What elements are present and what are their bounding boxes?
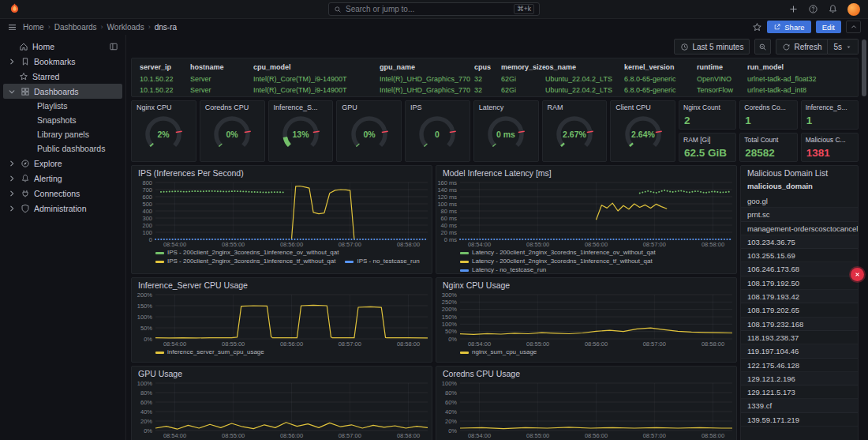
collapse-toolbar-button[interactable] <box>846 21 861 33</box>
content-scrollbar[interactable] <box>862 36 866 437</box>
chart-plot-area: 0%20%40%60%80%100%08:54:0008:55:0008:56:… <box>132 381 432 439</box>
breadcrumb-item-workloads[interactable]: Workloads <box>107 23 144 32</box>
stat-panels: Nginx Count2Coredns Co...1Inference_S...… <box>679 100 859 162</box>
column-header-server-ip[interactable]: server_ip <box>140 63 190 71</box>
legend-item[interactable]: inference_server_sum_cpu_usage <box>155 348 264 356</box>
legend-item[interactable]: Latency - no_testcase_run <box>460 266 546 273</box>
stat-value: 1 <box>740 111 796 129</box>
panel-title[interactable]: Latency <box>474 101 538 113</box>
panel-title[interactable]: Nginx CPU Usage <box>436 278 736 292</box>
refresh-interval-picker[interactable]: 5s <box>828 39 859 55</box>
sidebar-item-explore[interactable]: Explore <box>3 156 122 171</box>
panel-title[interactable]: GPU <box>337 101 401 113</box>
y-tick-label: 0% <box>448 336 457 343</box>
sidebar-item-starred[interactable]: Starred <box>3 69 122 84</box>
legend-item[interactable]: IPS - no_testcase_run <box>345 258 419 265</box>
favorite-star-icon[interactable] <box>752 22 762 32</box>
sidebar-item-alerting[interactable]: Alerting <box>3 171 122 186</box>
panel-title[interactable]: Coredns Co... <box>740 101 796 111</box>
table-cell: Intel(R)_UHD_Graphics_770 <box>380 86 474 94</box>
help-icon[interactable] <box>808 4 818 14</box>
panel-title[interactable]: Nginx CPU <box>132 101 196 113</box>
grafana-logo-icon[interactable] <box>8 2 21 16</box>
notifications-icon[interactable] <box>828 4 838 14</box>
share-button[interactable]: Share <box>767 21 810 33</box>
x-tick-label: 08:56:00 <box>280 241 303 248</box>
chart-panel-coredns-cpu-usage: Coredns CPU Usage0%20%40%60%80%100%08:54… <box>436 366 737 440</box>
y-tick-label: 800 <box>142 180 152 186</box>
chart-plot-area: 0%20%40%60%80%100%08:54:0008:55:0008:56:… <box>436 381 736 439</box>
panel-title[interactable]: Inference_S... <box>802 101 858 111</box>
legend-item[interactable]: Latency - 200client_2nginx_3coredns_1inf… <box>460 258 653 265</box>
sidebar-item-connections[interactable]: Connections <box>3 186 122 201</box>
panel-title[interactable]: RAM [Gi] <box>679 134 735 144</box>
panel-title[interactable]: Inference_S... <box>269 101 333 113</box>
chart-plot-area: 0%50%100%150%200%08:54:0008:55:0008:56:0… <box>132 292 432 348</box>
panel-title[interactable]: RAM <box>543 101 607 113</box>
user-avatar[interactable] <box>847 3 860 16</box>
panel-title[interactable]: Malicious C... <box>802 134 858 144</box>
series-line <box>161 191 283 193</box>
panel-title[interactable]: Coredns CPU Usage <box>436 367 736 381</box>
column-header-cpus[interactable]: cpus <box>474 63 501 71</box>
x-tick-label: 08:55:00 <box>222 432 245 439</box>
zoom-out-button[interactable] <box>754 39 771 55</box>
domain-cell: goo.gl <box>741 194 858 208</box>
panel-title[interactable]: Client CPU <box>611 101 675 113</box>
column-header-hostname[interactable]: hostname <box>190 63 253 71</box>
legend-item[interactable]: IPS - 200client_2nginx_3coredns_1inferen… <box>155 258 335 265</box>
refresh-button[interactable]: Refresh <box>776 39 828 55</box>
scrollbar-thumb[interactable] <box>862 39 866 96</box>
table-cell: 32 <box>474 75 501 83</box>
column-header-memory-size[interactable]: memory_size <box>501 63 545 71</box>
domain-cell: 139.59.171.219 <box>741 413 858 427</box>
y-tick-label: 100 ms <box>437 201 457 208</box>
column-header-gpu-name[interactable]: gpu_name <box>380 63 474 71</box>
chart-legend: inference_server_sum_cpu_usage <box>132 348 432 359</box>
panel-title[interactable]: GPU Usage <box>132 367 432 381</box>
breadcrumb-item-dashboards[interactable]: Dashboards <box>54 23 97 32</box>
panel-title[interactable]: Inference_Server CPU Usage <box>132 278 432 292</box>
panel-title[interactable]: Total Count <box>740 134 796 144</box>
panel-title[interactable]: Nginx Count <box>679 101 735 111</box>
column-header-run-model[interactable]: run_model <box>747 63 840 71</box>
legend-item[interactable]: IPS - 200client_2nginx_3coredns_1inferen… <box>155 249 339 257</box>
panel-title[interactable]: Model Inference Latency [ms] <box>436 166 736 180</box>
panel-title[interactable]: Malicious Domain List <box>741 166 858 180</box>
sidebar-item-administration[interactable]: Administration <box>3 201 122 216</box>
breadcrumb-item-dns-ra[interactable]: dns-ra <box>155 23 177 32</box>
panel-title[interactable]: IPS (Inferences Per Second) <box>132 166 432 180</box>
panel-title[interactable]: IPS <box>406 101 470 113</box>
sidebar-item-bookmarks[interactable]: Bookmarks <box>3 54 122 69</box>
table-cell: Ubuntu_22.04.2_LTS <box>545 75 624 83</box>
legend-item[interactable]: nginx_sum_cpu_usage <box>460 348 537 356</box>
add-icon[interactable] <box>788 4 799 14</box>
legend-item[interactable]: Latency - 200client_2nginx_3coredns_1inf… <box>460 249 656 257</box>
sidebar-item-dashboards[interactable]: Dashboards <box>3 84 122 99</box>
y-tick-label: 100% <box>137 381 153 387</box>
gauge-value-arc <box>285 137 290 145</box>
floating-close-button[interactable] <box>851 268 864 281</box>
time-range-picker[interactable]: Last 5 minutes <box>674 39 750 55</box>
table-cell: OpenVINO <box>697 75 747 83</box>
gauge-panels: Nginx CPU2%Coredns CPU0%Inference_S...13… <box>131 100 675 162</box>
stat-value: 2 <box>679 111 735 129</box>
sidebar-subitem-public-dashboards[interactable]: Public dashboards <box>3 141 122 156</box>
sidebar-item-home[interactable]: Home <box>3 39 122 54</box>
column-header-cpu-model[interactable]: cpu_model <box>253 63 380 71</box>
y-tick-label: 20% <box>445 418 457 425</box>
column-header-os-name[interactable]: os_name <box>545 63 624 71</box>
sidebar-subitem-library-panels[interactable]: Library panels <box>3 127 122 141</box>
mega-menu-toggle-icon[interactable] <box>7 22 17 32</box>
x-tick-label: 08:56:00 <box>585 340 608 348</box>
sidebar-subitem-snapshots[interactable]: Snapshots <box>3 113 122 127</box>
breadcrumb-item-home[interactable]: Home <box>23 23 44 32</box>
search-input[interactable]: Search or jump to... ⌘+k <box>328 2 540 16</box>
sidebar-subitem-playlists[interactable]: Playlists <box>3 99 122 113</box>
edit-button[interactable]: Edit <box>816 21 841 33</box>
column-header-runtime[interactable]: runtime <box>697 63 747 71</box>
chart-legend: nginx_sum_cpu_usage <box>436 348 736 359</box>
column-header-kernel-version[interactable]: kernel_version <box>624 63 697 71</box>
domain-cell: 108.179.202.65 <box>741 303 858 317</box>
panel-title[interactable]: Coredns CPU <box>200 101 264 113</box>
